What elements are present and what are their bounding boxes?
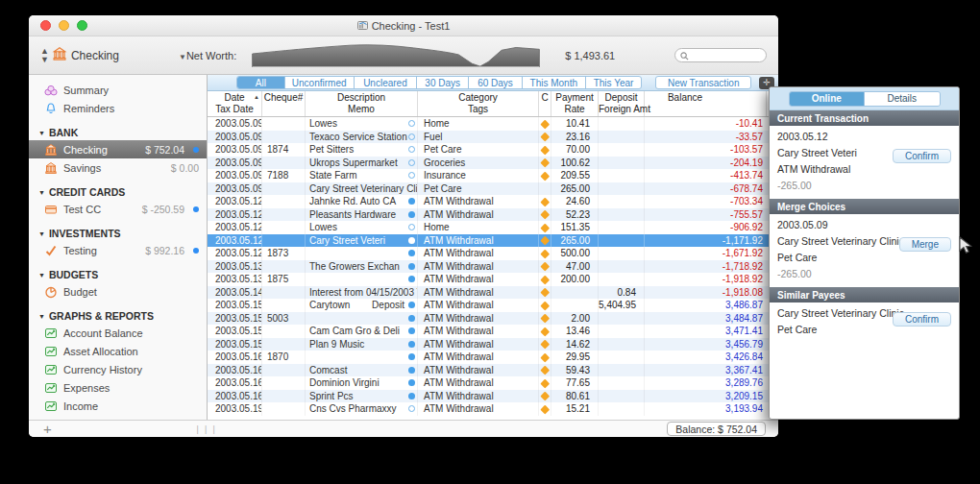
status-circle-icon[interactable]: [408, 237, 415, 244]
status-circle-icon[interactable]: [408, 327, 415, 334]
flag-diamond-icon[interactable]: [540, 366, 549, 375]
transaction-row[interactable]: 2003.05.16Dominion VirginiATM Withdrawal…: [208, 376, 778, 390]
sidebar-item-asset-allocation[interactable]: Asset Allocation: [29, 342, 207, 360]
flag-diamond-icon[interactable]: [540, 314, 549, 323]
zoom-button[interactable]: [77, 20, 87, 31]
filter-tab-60-days[interactable]: 60 Days: [469, 77, 523, 88]
panel-tab-details[interactable]: Details: [865, 92, 940, 106]
status-circle-icon[interactable]: [408, 120, 415, 127]
transaction-row[interactable]: 2003.05.097188State FarmInsurance209.55-…: [208, 169, 778, 182]
sidebar-item-testing[interactable]: Testing$ 992.16: [29, 241, 207, 259]
sidebar-section-credit-cards[interactable]: ▼CREDIT CARDS: [29, 184, 207, 200]
column-header-cleared[interactable]: C: [539, 91, 551, 116]
networth-label[interactable]: ▼Net Worth:: [179, 50, 236, 61]
filter-tab-unconfirmed[interactable]: Unconfirmed: [285, 77, 355, 88]
status-circle-icon[interactable]: [408, 405, 415, 412]
panel-tab-online[interactable]: Online: [790, 92, 866, 106]
transaction-row[interactable]: 2003.05.12Jahnke Rd. Auto CAATM Withdraw…: [208, 195, 778, 208]
flag-diamond-icon[interactable]: [540, 133, 549, 141]
flag-diamond-icon[interactable]: [540, 275, 549, 283]
sidebar-item-currency-history[interactable]: Currency History: [29, 360, 207, 378]
flag-diamond-icon[interactable]: [540, 249, 549, 257]
transaction-row[interactable]: 2003.05.091874Pet SittersPet Care70.00-1…: [208, 143, 778, 157]
filter-tab-all[interactable]: All: [237, 77, 285, 88]
flag-diamond-icon[interactable]: [540, 119, 549, 128]
sidebar-section-bank[interactable]: ▼BANK: [29, 125, 207, 140]
sidebar-section-investments[interactable]: ▼INVESTMENTS: [29, 226, 207, 241]
transaction-row[interactable]: 2003.05.131875ATM Withdrawal200.00-1,918…: [208, 273, 778, 286]
column-header-category[interactable]: CategoryTags: [418, 91, 539, 116]
confirm-button[interactable]: Confirm: [893, 312, 951, 327]
status-circle-icon[interactable]: [408, 379, 415, 386]
status-circle-icon[interactable]: [408, 367, 415, 374]
flag-diamond-icon[interactable]: [540, 197, 549, 206]
column-header-cheque[interactable]: Cheque#: [262, 91, 306, 116]
flag-diamond-icon[interactable]: [540, 404, 549, 413]
sidebar-item-income[interactable]: Income: [29, 397, 207, 415]
flag-diamond-icon[interactable]: [540, 352, 549, 361]
status-circle-icon[interactable]: [408, 146, 415, 153]
confirm-button[interactable]: Confirm: [893, 149, 951, 163]
filter-tab-30-days[interactable]: 30 Days: [417, 77, 469, 88]
column-header-payment[interactable]: PaymentRate: [551, 91, 599, 116]
transaction-row[interactable]: 2003.05.15CarytownDepositATM Withdrawal5…: [208, 299, 778, 312]
flag-diamond-icon[interactable]: [540, 327, 549, 335]
account-switcher[interactable]: ▲▼ Checking: [40, 46, 119, 64]
sidebar-item-account-balance[interactable]: Account Balance: [29, 324, 207, 342]
transaction-row[interactable]: 2003.05.13The Growers ExchanATM Withdraw…: [208, 260, 778, 274]
status-circle-icon[interactable]: [408, 263, 415, 270]
transaction-row[interactable]: 2003.05.14Interest from 04/15/2003 ThrAT…: [208, 286, 778, 300]
status-circle-icon[interactable]: [408, 198, 415, 205]
flag-diamond-icon[interactable]: [540, 171, 549, 180]
filter-tab-uncleared[interactable]: Uncleared: [355, 77, 418, 88]
transaction-row[interactable]: 2003.05.16Sprint PcsATM Withdrawal80.613…: [208, 390, 778, 403]
transaction-row[interactable]: 2003.05.09LowesHome10.41-10.41: [208, 117, 778, 131]
transaction-row[interactable]: 2003.05.12LowesHome151.35-906.92: [208, 221, 778, 234]
merge-button[interactable]: Merge: [899, 237, 951, 252]
sidebar-item-checking[interactable]: Checking$ 752.04: [29, 140, 207, 158]
transaction-row[interactable]: 2003.05.161870ATM Withdrawal29.953,426.8…: [208, 351, 778, 364]
status-circle-icon[interactable]: [408, 393, 415, 399]
flag-diamond-icon[interactable]: [540, 288, 549, 297]
flag-diamond-icon[interactable]: [540, 340, 549, 349]
flag-diamond-icon[interactable]: [540, 236, 549, 245]
flag-diamond-icon[interactable]: [540, 301, 549, 309]
sidebar-item-budget[interactable]: Budget: [29, 282, 207, 301]
column-header-date[interactable]: Date▲ Tax Date: [208, 91, 262, 116]
flag-diamond-icon[interactable]: [540, 378, 549, 387]
minimize-button[interactable]: [59, 20, 69, 31]
transaction-row[interactable]: 2003.05.121873ATM Withdrawal500.00-1,671…: [208, 247, 778, 260]
sidebar-item-expenses[interactable]: Expenses: [29, 378, 207, 397]
transaction-row[interactable]: 2003.05.155003ATM Withdrawal2.003,484.87: [208, 312, 778, 326]
sidebar-item-reminders[interactable]: Reminders: [29, 99, 207, 117]
transaction-row[interactable]: 2003.05.19Cns Cvs PharmaxxyATM Withdrawa…: [208, 402, 778, 416]
transaction-row[interactable]: 2003.05.09Ukrops SupermarketGroceries100…: [208, 157, 778, 170]
transaction-row[interactable]: 2003.05.15Cam Cam Gro & DeliATM Withdraw…: [208, 325, 778, 338]
close-button[interactable]: [40, 20, 51, 31]
sidebar-item-test-cc[interactable]: Test CC$ -250.59: [29, 200, 207, 218]
transaction-row[interactable]: 2003.05.15Plan 9 MusicATM Withdrawal14.6…: [208, 338, 778, 351]
transaction-row[interactable]: 2003.05.09Cary Street Veterinary ClinicP…: [208, 182, 778, 196]
status-circle-icon[interactable]: [408, 353, 415, 360]
search-input[interactable]: [674, 48, 767, 62]
status-circle-icon[interactable]: [408, 133, 415, 140]
new-transaction-button[interactable]: New Transaction: [655, 76, 751, 89]
flag-diamond-icon[interactable]: [540, 392, 549, 400]
status-circle-icon[interactable]: [408, 224, 415, 230]
flag-diamond-icon[interactable]: [540, 210, 549, 219]
status-circle-icon[interactable]: [408, 250, 415, 256]
transaction-row[interactable]: 2003.05.09Texaco Service StationFuel23.1…: [208, 131, 778, 144]
flag-diamond-icon[interactable]: [540, 262, 549, 271]
column-header-description[interactable]: DescriptionMemo: [306, 91, 418, 116]
status-circle-icon[interactable]: [408, 276, 415, 282]
status-circle-icon[interactable]: [408, 315, 415, 322]
sidebar-section-budgets[interactable]: ▼BUDGETS: [29, 267, 207, 282]
transaction-row[interactable]: 2003.05.16ComcastATM Withdrawal59.433,36…: [208, 364, 778, 377]
sidebar-resize-handle[interactable]: ❘❘❘: [194, 424, 219, 434]
transaction-row[interactable]: 2003.05.12Cary Street VeteriATM Withdraw…: [208, 234, 778, 248]
status-circle-icon[interactable]: [408, 341, 415, 348]
column-header-deposit[interactable]: DepositForeign Amt: [599, 91, 645, 116]
sidebar-section-graphs-reports[interactable]: ▼GRAPHS & REPORTS: [29, 308, 207, 324]
sidebar-item-summary[interactable]: Summary: [29, 81, 207, 99]
flag-diamond-icon[interactable]: [540, 223, 549, 231]
